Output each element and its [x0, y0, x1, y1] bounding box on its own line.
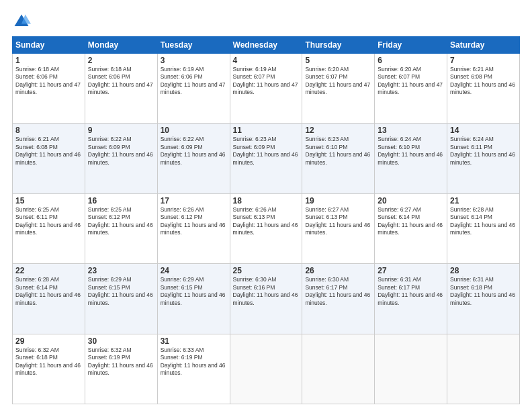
calendar-day-3: 3 Sunrise: 6:19 AMSunset: 6:06 PMDayligh…: [157, 54, 230, 124]
calendar-day-17: 17 Sunrise: 6:26 AMSunset: 6:12 PMDaylig…: [157, 193, 230, 263]
calendar-day-1: 1 Sunrise: 6:18 AMSunset: 6:06 PMDayligh…: [13, 54, 85, 124]
calendar-day-10: 10 Sunrise: 6:22 AMSunset: 6:09 PMDaylig…: [157, 124, 230, 193]
logo: [12, 12, 34, 31]
day-info: Sunrise: 6:23 AMSunset: 6:10 PMDaylight:…: [305, 136, 370, 165]
calendar-day-2: 2 Sunrise: 6:18 AMSunset: 6:06 PMDayligh…: [85, 54, 157, 124]
day-info: Sunrise: 6:25 AMSunset: 6:12 PMDaylight:…: [88, 206, 153, 236]
day-number: 20: [378, 196, 444, 205]
calendar-week-row: 8 Sunrise: 6:21 AMSunset: 6:08 PMDayligh…: [13, 124, 520, 193]
calendar-day-21: 21 Sunrise: 6:28 AMSunset: 6:14 PMDaylig…: [447, 193, 520, 263]
day-info: Sunrise: 6:20 AMSunset: 6:07 PMDaylight:…: [305, 66, 370, 95]
calendar-day-31: 31 Sunrise: 6:33 AMSunset: 6:19 PMDaylig…: [157, 334, 230, 404]
day-info: Sunrise: 6:29 AMSunset: 6:15 PMDaylight:…: [88, 276, 153, 306]
day-number: 15: [15, 196, 82, 205]
day-info: Sunrise: 6:20 AMSunset: 6:07 PMDaylight:…: [378, 66, 443, 95]
day-number: 24: [161, 266, 227, 275]
day-info: Sunrise: 6:30 AMSunset: 6:17 PMDaylight:…: [305, 276, 370, 306]
calendar-day-6: 6 Sunrise: 6:20 AMSunset: 6:07 PMDayligh…: [375, 54, 447, 124]
calendar-day-16: 16 Sunrise: 6:25 AMSunset: 6:12 PMDaylig…: [85, 193, 157, 263]
day-number: 1: [15, 56, 82, 65]
calendar-day-8: 8 Sunrise: 6:21 AMSunset: 6:08 PMDayligh…: [13, 124, 85, 193]
calendar-day-20: 20 Sunrise: 6:27 AMSunset: 6:14 PMDaylig…: [375, 193, 447, 263]
calendar-day-27: 27 Sunrise: 6:31 AMSunset: 6:17 PMDaylig…: [375, 264, 447, 334]
day-info: Sunrise: 6:25 AMSunset: 6:11 PMDaylight:…: [15, 206, 81, 236]
day-number: 11: [233, 126, 300, 135]
calendar-week-row: 22 Sunrise: 6:28 AMSunset: 6:14 PMDaylig…: [13, 264, 520, 334]
day-number: 2: [88, 56, 154, 65]
calendar-day-18: 18 Sunrise: 6:26 AMSunset: 6:13 PMDaylig…: [230, 193, 302, 263]
calendar-empty-cell: [302, 334, 375, 404]
day-number: 28: [450, 266, 517, 275]
day-number: 4: [233, 56, 300, 65]
calendar-table: SundayMondayTuesdayWednesdayThursdayFrid…: [12, 36, 520, 404]
calendar-header-sunday: Sunday: [13, 37, 85, 54]
day-info: Sunrise: 6:26 AMSunset: 6:12 PMDaylight:…: [161, 206, 226, 236]
day-number: 6: [378, 56, 444, 65]
day-number: 21: [450, 196, 517, 205]
day-info: Sunrise: 6:31 AMSunset: 6:17 PMDaylight:…: [378, 276, 443, 306]
day-info: Sunrise: 6:28 AMSunset: 6:14 PMDaylight:…: [450, 206, 515, 236]
day-number: 17: [161, 196, 227, 205]
calendar-day-5: 5 Sunrise: 6:20 AMSunset: 6:07 PMDayligh…: [302, 54, 375, 124]
day-info: Sunrise: 6:18 AMSunset: 6:06 PMDaylight:…: [88, 66, 153, 95]
calendar-empty-cell: [447, 334, 520, 404]
day-info: Sunrise: 6:22 AMSunset: 6:09 PMDaylight:…: [88, 136, 153, 165]
day-info: Sunrise: 6:32 AMSunset: 6:18 PMDaylight:…: [15, 347, 81, 376]
calendar-header-monday: Monday: [85, 37, 157, 54]
calendar-day-9: 9 Sunrise: 6:22 AMSunset: 6:09 PMDayligh…: [85, 124, 157, 193]
day-info: Sunrise: 6:31 AMSunset: 6:18 PMDaylight:…: [450, 276, 515, 306]
day-info: Sunrise: 6:24 AMSunset: 6:11 PMDaylight:…: [450, 136, 515, 165]
calendar-week-row: 1 Sunrise: 6:18 AMSunset: 6:06 PMDayligh…: [13, 54, 520, 124]
header: [12, 12, 520, 31]
day-number: 7: [450, 56, 517, 65]
calendar-day-19: 19 Sunrise: 6:27 AMSunset: 6:13 PMDaylig…: [302, 193, 375, 263]
day-number: 18: [233, 196, 300, 205]
day-number: 25: [233, 266, 300, 275]
day-info: Sunrise: 6:23 AMSunset: 6:09 PMDaylight:…: [233, 136, 298, 165]
calendar-week-row: 29 Sunrise: 6:32 AMSunset: 6:18 PMDaylig…: [13, 334, 520, 404]
day-info: Sunrise: 6:21 AMSunset: 6:08 PMDaylight:…: [450, 66, 515, 95]
day-info: Sunrise: 6:18 AMSunset: 6:06 PMDaylight:…: [15, 66, 81, 95]
calendar-day-29: 29 Sunrise: 6:32 AMSunset: 6:18 PMDaylig…: [13, 334, 85, 404]
day-info: Sunrise: 6:19 AMSunset: 6:06 PMDaylight:…: [161, 66, 226, 95]
day-info: Sunrise: 6:24 AMSunset: 6:10 PMDaylight:…: [378, 136, 443, 165]
day-number: 29: [15, 336, 82, 346]
calendar-day-22: 22 Sunrise: 6:28 AMSunset: 6:14 PMDaylig…: [13, 264, 85, 334]
day-number: 13: [378, 126, 444, 135]
logo-icon: [12, 12, 31, 31]
calendar-day-15: 15 Sunrise: 6:25 AMSunset: 6:11 PMDaylig…: [13, 193, 85, 263]
day-number: 16: [88, 196, 154, 205]
day-number: 14: [450, 126, 517, 135]
day-info: Sunrise: 6:29 AMSunset: 6:15 PMDaylight:…: [161, 276, 226, 306]
day-info: Sunrise: 6:28 AMSunset: 6:14 PMDaylight:…: [15, 276, 81, 306]
calendar-day-23: 23 Sunrise: 6:29 AMSunset: 6:15 PMDaylig…: [85, 264, 157, 334]
day-number: 27: [378, 266, 444, 275]
day-number: 10: [161, 126, 227, 135]
day-number: 26: [305, 266, 371, 275]
day-info: Sunrise: 6:21 AMSunset: 6:08 PMDaylight:…: [15, 136, 81, 165]
calendar-header-thursday: Thursday: [302, 37, 375, 54]
day-number: 5: [305, 56, 371, 65]
day-number: 12: [305, 126, 371, 135]
calendar-day-12: 12 Sunrise: 6:23 AMSunset: 6:10 PMDaylig…: [302, 124, 375, 193]
page: SundayMondayTuesdayWednesdayThursdayFrid…: [0, 0, 532, 411]
calendar-day-13: 13 Sunrise: 6:24 AMSunset: 6:10 PMDaylig…: [375, 124, 447, 193]
day-number: 23: [88, 266, 154, 275]
day-info: Sunrise: 6:27 AMSunset: 6:14 PMDaylight:…: [378, 206, 443, 236]
day-info: Sunrise: 6:19 AMSunset: 6:07 PMDaylight:…: [233, 66, 298, 95]
calendar-day-30: 30 Sunrise: 6:32 AMSunset: 6:19 PMDaylig…: [85, 334, 157, 404]
day-info: Sunrise: 6:32 AMSunset: 6:19 PMDaylight:…: [88, 347, 153, 376]
calendar-day-4: 4 Sunrise: 6:19 AMSunset: 6:07 PMDayligh…: [230, 54, 302, 124]
calendar-week-row: 15 Sunrise: 6:25 AMSunset: 6:11 PMDaylig…: [13, 193, 520, 263]
calendar-header-row: SundayMondayTuesdayWednesdayThursdayFrid…: [13, 37, 520, 54]
day-info: Sunrise: 6:22 AMSunset: 6:09 PMDaylight:…: [161, 136, 226, 165]
day-number: 31: [161, 336, 227, 346]
day-number: 30: [88, 336, 154, 346]
calendar-day-25: 25 Sunrise: 6:30 AMSunset: 6:16 PMDaylig…: [230, 264, 302, 334]
calendar-header-saturday: Saturday: [447, 37, 520, 54]
day-info: Sunrise: 6:30 AMSunset: 6:16 PMDaylight:…: [233, 276, 298, 306]
calendar-empty-cell: [375, 334, 447, 404]
day-info: Sunrise: 6:26 AMSunset: 6:13 PMDaylight:…: [233, 206, 298, 236]
calendar-header-tuesday: Tuesday: [157, 37, 230, 54]
day-info: Sunrise: 6:27 AMSunset: 6:13 PMDaylight:…: [305, 206, 370, 236]
